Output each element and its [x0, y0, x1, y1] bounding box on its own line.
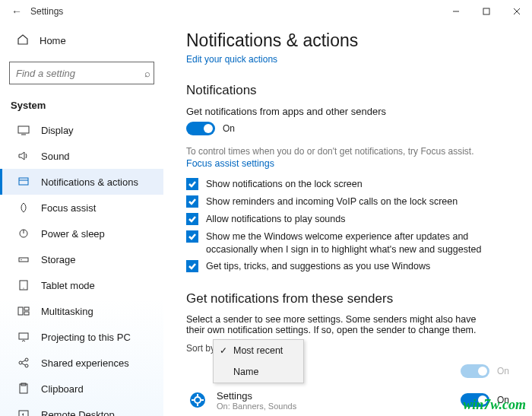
svg-line-22 — [22, 364, 25, 365]
sidebar-item-remote-desktop[interactable]: Remote Desktop — [0, 402, 163, 416]
sidebar-home[interactable]: Home — [0, 27, 163, 54]
focus-assist-hint: To control times when you do or don't ge… — [186, 146, 509, 157]
sidebar-item-label: Notifications & actions — [41, 176, 138, 188]
svg-point-18 — [19, 361, 22, 364]
sidebar-item-label: Multitasking — [41, 306, 93, 317]
svg-rect-15 — [24, 307, 29, 310]
watermark: win7w.com — [463, 397, 526, 413]
sidebar-item-storage[interactable]: Storage — [0, 246, 163, 272]
checkbox-sounds[interactable] — [186, 213, 198, 225]
sidebar-item-shared-experiences[interactable]: Shared experiences — [0, 350, 163, 376]
checkbox-tips[interactable] — [186, 260, 198, 272]
sidebar-item-label: Projecting to this PC — [41, 332, 131, 343]
section-senders: Get notifications from these senders — [186, 291, 509, 306]
sidebar: Home ⌕ System Display Sound Notification… — [0, 23, 163, 416]
sidebar-item-label: Storage — [41, 254, 76, 265]
search-box[interactable]: ⌕ — [9, 62, 154, 84]
sidebar-item-label: Clipboard — [41, 383, 84, 395]
back-button[interactable]: ← — [8, 5, 26, 17]
svg-line-21 — [22, 360, 25, 362]
clipboard-icon — [17, 383, 30, 395]
svg-rect-1 — [483, 8, 489, 14]
sender-sub: On: Banners, Sounds — [217, 402, 461, 411]
page-title: Notifications & actions — [186, 30, 509, 51]
checkbox-welcome[interactable] — [186, 230, 198, 243]
sort-dropdown-menu: Most recent Name — [213, 339, 304, 383]
toggle-state: On — [497, 366, 509, 376]
sort-option-name[interactable]: Name — [214, 361, 303, 383]
svg-rect-4 — [18, 126, 29, 133]
svg-point-19 — [25, 358, 28, 361]
checkbox-label: Show reminders and incoming VoIP calls o… — [206, 195, 458, 208]
checkbox-label: Show me the Windows welcome experience a… — [206, 230, 495, 256]
storage-icon — [17, 253, 30, 265]
sidebar-item-clipboard[interactable]: Clipboard — [0, 376, 163, 402]
notification-icon — [17, 176, 30, 188]
multitasking-icon — [17, 305, 30, 317]
notifications-toggle[interactable] — [186, 122, 215, 135]
home-icon — [17, 33, 30, 48]
senders-desc: Select a sender to see more settings. So… — [186, 314, 490, 335]
search-icon: ⌕ — [144, 68, 150, 79]
checkbox-label: Get tips, tricks, and suggestions as you… — [206, 260, 430, 273]
sidebar-item-tablet-mode[interactable]: Tablet mode — [0, 272, 163, 298]
sidebar-item-label: Tablet mode — [41, 280, 95, 291]
svg-rect-17 — [19, 333, 28, 339]
projecting-icon — [17, 331, 30, 343]
svg-point-13 — [23, 287, 24, 288]
sidebar-item-label: Remote Desktop — [41, 409, 115, 417]
sidebar-item-label: Shared experiences — [41, 357, 129, 369]
sender-row[interactable]: Settings On: Banners, Sounds On — [186, 389, 509, 411]
titlebar: ← Settings — [0, 0, 532, 23]
notifications-desc: Get notifications from apps and other se… — [186, 106, 509, 117]
svg-rect-16 — [24, 312, 29, 315]
sidebar-item-label: Focus assist — [41, 202, 96, 214]
toggle-state: On — [223, 123, 235, 134]
sidebar-item-multitasking[interactable]: Multitasking — [0, 298, 163, 324]
close-button[interactable] — [502, 0, 532, 23]
sidebar-item-label: Display — [41, 125, 74, 136]
sidebar-item-focus-assist[interactable]: Focus assist — [0, 195, 163, 221]
sender-toggle[interactable] — [461, 364, 489, 378]
checkbox-lock-screen[interactable] — [186, 178, 198, 190]
maximize-button[interactable] — [471, 0, 502, 23]
svg-rect-6 — [19, 178, 28, 185]
sidebar-item-projecting[interactable]: Projecting to this PC — [0, 324, 163, 350]
svg-rect-10 — [19, 258, 28, 262]
sidebar-item-power-sleep[interactable]: Power & sleep — [0, 221, 163, 246]
section-notifications: Notifications — [186, 83, 509, 98]
window-title: Settings — [30, 6, 63, 17]
search-input[interactable] — [16, 68, 144, 79]
sidebar-item-sound[interactable]: Sound — [0, 143, 163, 169]
sender-app-icon — [186, 360, 209, 383]
sidebar-item-display[interactable]: Display — [0, 117, 163, 143]
power-icon — [17, 227, 30, 240]
shared-icon — [17, 357, 30, 369]
sound-icon — [17, 150, 30, 162]
sidebar-home-label: Home — [40, 35, 66, 46]
sender-name: Settings — [217, 390, 461, 402]
sort-option-most-recent[interactable]: Most recent — [214, 340, 303, 361]
checkbox-voip[interactable] — [186, 195, 198, 208]
sender-app-icon — [186, 389, 209, 411]
checkbox-label: Allow notifications to play sounds — [206, 213, 345, 226]
svg-rect-14 — [18, 307, 23, 315]
svg-point-20 — [25, 364, 28, 367]
display-icon — [17, 124, 30, 136]
sidebar-group-header: System — [0, 92, 163, 117]
sidebar-item-label: Power & sleep — [41, 228, 105, 240]
sidebar-item-notifications[interactable]: Notifications & actions — [0, 169, 163, 195]
edit-quick-actions-link[interactable]: Edit your quick actions — [186, 54, 509, 65]
tablet-icon — [17, 279, 30, 291]
svg-point-11 — [21, 259, 21, 260]
remote-desktop-icon — [17, 408, 30, 416]
focus-assist-icon — [17, 202, 30, 214]
sidebar-item-label: Sound — [41, 151, 70, 162]
focus-assist-link[interactable]: Focus assist settings — [186, 158, 509, 169]
checkbox-label: Show notifications on the lock screen — [206, 178, 363, 191]
minimize-button[interactable] — [441, 0, 471, 23]
